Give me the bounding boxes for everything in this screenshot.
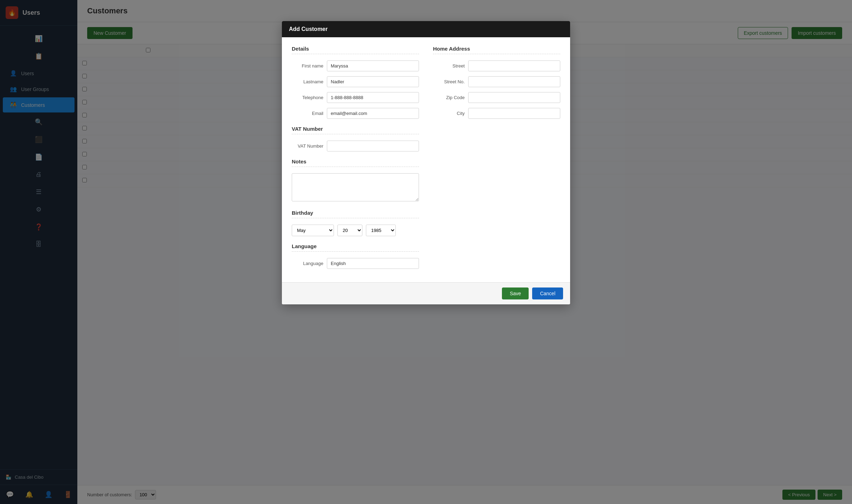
first-name-input[interactable] <box>327 60 419 71</box>
first-name-row: First name <box>292 60 419 71</box>
email-row: Email <box>292 108 419 119</box>
language-input[interactable] <box>327 258 419 269</box>
last-name-label: Lastname <box>292 79 323 84</box>
telephone-label: Telephone <box>292 95 323 100</box>
telephone-row: Telephone <box>292 92 419 103</box>
modal-overlay[interactable]: Add Customer Details First name Lastname <box>0 0 852 504</box>
language-row: Language <box>292 258 419 269</box>
birthday-year-select[interactable]: 1980198119821983 198419851986 1987198819… <box>366 225 396 236</box>
street-no-input[interactable] <box>468 76 560 87</box>
street-no-label: Street No. <box>433 79 465 84</box>
modal-body: Details First name Lastname Telephone <box>282 37 570 282</box>
add-customer-modal: Add Customer Details First name Lastname <box>282 21 570 304</box>
zip-row: Zip Code <box>433 92 560 103</box>
zip-input[interactable] <box>468 92 560 103</box>
address-column: Home Address Street Street No. Zip Code <box>433 46 560 274</box>
city-input[interactable] <box>468 108 560 119</box>
notes-textarea[interactable] <box>292 173 419 201</box>
cancel-button[interactable]: Cancel <box>532 287 563 299</box>
vat-label: VAT Number <box>292 143 323 149</box>
vat-input[interactable] <box>327 141 419 151</box>
street-row: Street <box>433 60 560 71</box>
vat-row: VAT Number <box>292 141 419 151</box>
last-name-input[interactable] <box>327 76 419 87</box>
birthday-day-select[interactable]: 12345 678910 1112131415 16171819 2021222… <box>337 225 362 236</box>
save-button[interactable]: Save <box>502 287 529 299</box>
language-section-title: Language <box>292 243 419 252</box>
birthday-row: JanuaryFebruaryMarchApril MayJuneJulyAug… <box>292 225 419 236</box>
modal-header: Add Customer <box>282 21 570 37</box>
street-input[interactable] <box>468 60 560 71</box>
street-no-row: Street No. <box>433 76 560 87</box>
city-row: City <box>433 108 560 119</box>
street-label: Street <box>433 63 465 69</box>
details-section-title: Details <box>292 46 419 54</box>
modal-title: Add Customer <box>289 26 328 32</box>
birthday-month-select[interactable]: JanuaryFebruaryMarchApril MayJuneJulyAug… <box>292 225 334 236</box>
city-label: City <box>433 111 465 116</box>
notes-section-title: Notes <box>292 159 419 167</box>
birthday-section-title: Birthday <box>292 210 419 218</box>
home-address-section-title: Home Address <box>433 46 560 54</box>
modal-columns: Details First name Lastname Telephone <box>292 46 560 274</box>
first-name-label: First name <box>292 63 323 69</box>
details-column: Details First name Lastname Telephone <box>292 46 419 274</box>
vat-section-title: VAT Number <box>292 126 419 134</box>
modal-footer: Save Cancel <box>282 282 570 304</box>
email-label: Email <box>292 111 323 116</box>
zip-label: Zip Code <box>433 95 465 100</box>
telephone-input[interactable] <box>327 92 419 103</box>
last-name-row: Lastname <box>292 76 419 87</box>
email-input[interactable] <box>327 108 419 119</box>
language-label: Language <box>292 261 323 266</box>
